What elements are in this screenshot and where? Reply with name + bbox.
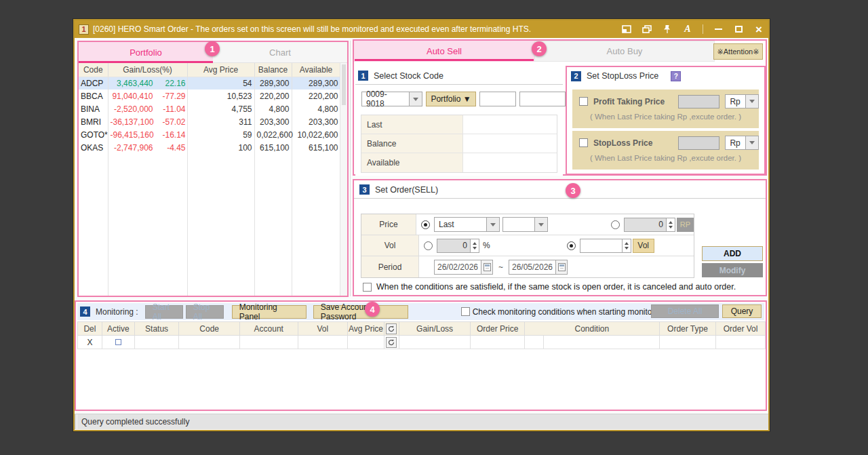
- col-gainloss: Gain/Loss: [399, 322, 471, 336]
- chevron-down-icon: [745, 95, 758, 108]
- col-avg-price: Avg Price: [348, 322, 384, 336]
- delete-cell[interactable]: X: [78, 336, 102, 349]
- col-vol: Vol: [298, 322, 348, 336]
- rp-tag: RP: [677, 218, 694, 232]
- modify-button[interactable]: Modify: [702, 263, 763, 277]
- calendar-icon[interactable]: [556, 260, 568, 275]
- monitoring-title: Monitoring :: [96, 307, 138, 317]
- price-type-select[interactable]: Last: [434, 217, 500, 232]
- attention-button[interactable]: ※Attention※: [713, 43, 763, 60]
- stoploss-currency-select[interactable]: Rp: [725, 136, 759, 150]
- vol-row: Vol 0 % Vol: [361, 235, 694, 256]
- cancel-reorder-checkbox[interactable]: [363, 283, 372, 292]
- col-code: Code: [179, 322, 239, 336]
- info-value-last: [463, 115, 557, 134]
- table-scrollbar[interactable]: [340, 63, 347, 296]
- col-gainloss: Gain/Loss(%): [108, 63, 187, 77]
- monitoring-header-row: Del Active Status Code Account Vol Avg P…: [78, 322, 766, 336]
- stoploss-box: StopLoss Price Rp ( When Last Price taki…: [572, 131, 759, 170]
- minimize-button[interactable]: [713, 24, 724, 34]
- panel-splitter[interactable]: [350, 41, 351, 296]
- portfolio-header-row: Code Gain/Loss(%) Avg Price Balance Avai…: [79, 63, 340, 77]
- account-select[interactable]: 0009-9018: [361, 92, 422, 106]
- price-tick-select[interactable]: [502, 217, 548, 232]
- section-title: Set Order(SELL): [375, 185, 438, 195]
- table-row[interactable]: BINA -2,520,000-11.04 4,755 4,800 4,800: [79, 102, 340, 115]
- table-row[interactable]: ADCP 3,463,44022.16 54 289,300 289,300: [79, 77, 340, 90]
- add-button[interactable]: ADD: [702, 246, 763, 261]
- chevron-down-icon: [409, 92, 422, 106]
- font-settings-icon[interactable]: A: [682, 24, 693, 34]
- statusbar-grip: [75, 414, 77, 429]
- table-row[interactable]: GOTO* -96,415,160-16.14 59 0,022,600 10,…: [79, 128, 340, 141]
- check-monitoring-checkbox[interactable]: [461, 307, 470, 316]
- col-order-vol: Order Vol: [716, 322, 766, 336]
- titlebar-separator: [703, 24, 703, 34]
- price-fixed-radio[interactable]: [611, 220, 620, 229]
- delete-all-button[interactable]: Delete All: [651, 304, 719, 318]
- tab-auto-sell[interactable]: Auto Sell: [354, 41, 534, 62]
- table-row[interactable]: BBCA 91,040,410-77.29 10,523 220,200 220…: [79, 90, 340, 102]
- tab-auto-buy[interactable]: Auto Buy: [534, 41, 715, 62]
- vol-tag: Vol: [633, 239, 654, 253]
- vol-value-spinner[interactable]: [580, 239, 631, 253]
- duplicate-window-icon[interactable]: [642, 24, 652, 34]
- query-button[interactable]: Query: [722, 304, 762, 318]
- annotation-circle-4: 4: [365, 302, 380, 317]
- vol-percent-spinner[interactable]: 0: [437, 239, 479, 253]
- stock-name-input[interactable]: [519, 92, 566, 106]
- monitoring-panel-button[interactable]: Monitoring Panel: [232, 305, 307, 319]
- date-from-input[interactable]: 26/02/2026: [434, 260, 493, 275]
- set-order-section: 3 Set Order(SELL) Price Last: [353, 179, 767, 296]
- col-code: Code: [79, 63, 108, 77]
- date-separator: ~: [498, 262, 503, 272]
- refresh-icon[interactable]: [386, 337, 397, 348]
- section-number-1: 1: [358, 71, 368, 81]
- active-checkbox[interactable]: [115, 339, 121, 345]
- start-all-button[interactable]: Start All: [145, 305, 183, 319]
- percent-label: %: [483, 241, 490, 250]
- profit-price-input[interactable]: [678, 95, 719, 108]
- calendar-icon[interactable]: [481, 260, 493, 275]
- col-balance: Balance: [254, 63, 292, 77]
- stock-code-input[interactable]: [479, 92, 516, 106]
- chevron-down-icon: [745, 136, 758, 149]
- col-status: Status: [134, 322, 179, 336]
- stock-info-table: Last Balance Available: [361, 115, 557, 173]
- dock-window-icon[interactable]: [621, 24, 632, 34]
- price-value-spinner[interactable]: 0: [624, 218, 675, 232]
- date-to-input[interactable]: 26/05/2026: [509, 260, 568, 275]
- monitoring-row[interactable]: X: [78, 336, 766, 349]
- tab-portfolio[interactable]: Portfolio: [79, 42, 213, 62]
- col-avgprice: Avg Price: [187, 63, 254, 77]
- help-icon[interactable]: ?: [671, 71, 681, 81]
- info-value-balance: [463, 134, 557, 153]
- vol-fixed-radio[interactable]: [567, 241, 576, 250]
- app-window: 1 [0260] HERO Smart Order - The orders s…: [73, 19, 770, 431]
- stoploss-hint: ( When Last Price taking Rp ,excute orde…: [572, 154, 759, 162]
- col-condition: Condition: [524, 322, 659, 336]
- profit-currency-select[interactable]: Rp: [725, 94, 759, 108]
- section-number-3: 3: [359, 184, 370, 195]
- save-account-password-button[interactable]: Save Account Password: [313, 305, 408, 319]
- tab-chart[interactable]: Chart: [213, 42, 347, 62]
- table-row[interactable]: OKAS -2,747,906-4.45 100 615,100 615,100: [79, 141, 340, 154]
- info-value-available: [463, 153, 557, 172]
- stoploss-checkbox[interactable]: [579, 138, 588, 147]
- table-row[interactable]: BMRI -36,137,100-57.02 311 203,300 203,3…: [79, 115, 340, 128]
- price-type-radio[interactable]: [421, 220, 430, 229]
- col-order-price: Order Price: [471, 322, 525, 336]
- portfolio-dropdown-button[interactable]: Portfolio ▼: [426, 92, 476, 106]
- stop-all-button[interactable]: Stop All: [186, 305, 224, 319]
- close-button[interactable]: ×: [753, 24, 764, 34]
- pin-icon[interactable]: [662, 24, 673, 34]
- maximize-button[interactable]: [733, 24, 744, 34]
- auto-order-region: Auto Sell Auto Buy ※Attention※ 1 Select …: [353, 39, 767, 176]
- vol-percent-radio[interactable]: [424, 241, 433, 250]
- window-title: [0260] HERO Smart Order - The orders set…: [93, 24, 617, 34]
- status-message: Query completed successfully: [81, 417, 189, 427]
- profit-taking-checkbox[interactable]: [579, 97, 588, 106]
- stoploss-price-input[interactable]: [678, 136, 719, 150]
- refresh-icon[interactable]: [386, 323, 397, 334]
- monitoring-toolbar: 4 Monitoring : Start All Stop All Monito…: [77, 303, 764, 320]
